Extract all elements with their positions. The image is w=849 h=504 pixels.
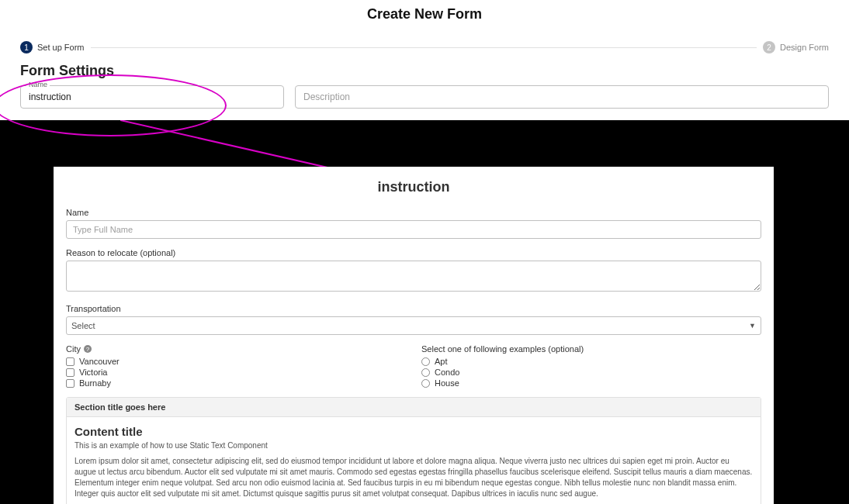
step-1-label: Set up Form [37,43,85,52]
stepper: 1 Set up Form 2 Design Form [0,41,849,54]
step-divider [91,47,757,48]
preview-examples-label: Select one of following examples (option… [421,344,761,354]
preview-transport-value: Select [71,321,95,330]
preview-name-label: Name [66,208,761,217]
step-setup[interactable]: 1 Set up Form [20,41,85,54]
radio-icon [421,379,430,388]
step-2-number: 2 [763,41,775,54]
chevron-down-icon: ▼ [749,322,756,330]
form-settings-row: Name [0,85,849,109]
name-input[interactable] [20,85,284,109]
content-body: Lorem ipsum dolor sit amet, consectetur … [75,456,753,499]
name-float-label: Name [26,81,50,88]
form-builder-panel: Create New Form 1 Set up Form 2 Design F… [0,0,849,120]
example-option-condo[interactable]: Condo [421,368,761,377]
checkbox-icon [66,379,75,388]
description-field-wrapper [295,85,829,109]
step-2-label: Design Form [780,43,829,52]
radio-icon [421,368,430,377]
preview-city-label: City ? [66,344,406,354]
preview-reason-textarea[interactable] [66,261,761,292]
section-box: Section title goes here Content title Th… [66,397,761,504]
name-field-wrapper: Name [20,85,284,109]
form-preview-panel: instruction Name Reason to relocate (opt… [54,167,774,504]
form-settings-heading: Form Settings [0,54,849,85]
step-design[interactable]: 2 Design Form [763,41,829,54]
preview-form-title: instruction [54,179,774,195]
content-title: Content title [75,425,753,438]
preview-transport-select[interactable]: Select ▼ [66,316,761,335]
preview-transport-label: Transportation [66,304,761,313]
description-input[interactable] [295,85,829,109]
checkbox-icon [66,357,75,366]
checkbox-icon [66,368,75,377]
preview-reason-label: Reason to relocate (optional) [66,248,761,257]
radio-icon [421,357,430,366]
example-option-house[interactable]: House [421,378,761,388]
page-title: Create New Form [0,0,849,22]
step-1-number: 1 [20,41,33,54]
city-option-victoria[interactable]: Victoria [66,368,406,377]
example-option-apt[interactable]: Apt [421,357,761,366]
preview-name-input[interactable] [66,220,761,239]
help-icon[interactable]: ? [84,345,92,353]
city-option-burnaby[interactable]: Burnaby [66,378,406,388]
city-option-vancouver[interactable]: Vancouver [66,357,406,366]
content-subtitle: This is an example of how to use Static … [75,441,753,450]
section-header: Section title goes here [67,398,761,417]
